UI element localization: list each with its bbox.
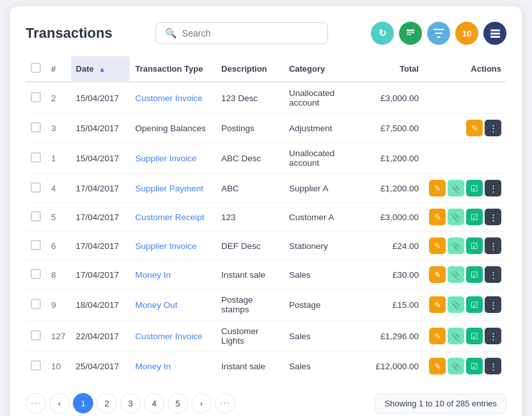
row-category: Customer A: [284, 203, 367, 232]
edit-button[interactable]: ✎: [429, 328, 446, 344]
attach-button[interactable]: 📎: [448, 296, 464, 313]
row-checkbox[interactable]: [31, 122, 41, 132]
edit-button[interactable]: ✎: [429, 266, 446, 283]
message-button[interactable]: ☑: [466, 358, 483, 374]
row-checkbox[interactable]: [31, 152, 41, 163]
row-type[interactable]: Supplier Invoice: [130, 143, 216, 174]
top-bar: Transactions 🔍 ↻ 10: [26, 22, 506, 45]
transaction-type-link[interactable]: Customer Receipt: [135, 212, 204, 222]
transaction-type-link[interactable]: Money In: [135, 362, 171, 371]
refresh-button[interactable]: ↻: [371, 22, 394, 45]
attach-button[interactable]: 📎: [448, 237, 464, 254]
select-all-checkbox[interactable]: [31, 63, 41, 73]
transaction-type-link[interactable]: Supplier Payment: [135, 184, 203, 193]
col-header-checkbox: [26, 56, 46, 82]
more-button[interactable]: ⋮: [485, 358, 501, 374]
edit-button[interactable]: ✎: [429, 209, 446, 225]
message-button[interactable]: ☑: [466, 328, 483, 344]
row-total: £7,500.00: [367, 114, 424, 143]
row-actions: ✎ 📎 ☑ ⋮: [424, 321, 506, 352]
row-id: 1: [46, 143, 71, 174]
row-date: 22/04/2017: [71, 321, 130, 352]
table-row: 417/04/2017Supplier PaymentABCSupplier A…: [26, 174, 506, 203]
more-button[interactable]: ⋮: [485, 266, 501, 283]
search-icon: 🔍: [165, 28, 177, 39]
more-button[interactable]: ⋮: [485, 209, 501, 225]
row-category: Stationery: [284, 232, 367, 260]
more-button[interactable]: ⋮: [485, 180, 501, 196]
row-type[interactable]: Money In: [130, 260, 216, 289]
page-prev[interactable]: ‹: [49, 393, 70, 413]
row-checkbox[interactable]: [31, 360, 41, 371]
actions-group: ✎ 📎 ☑ ⋮: [429, 180, 501, 196]
edit-button[interactable]: ✎: [466, 120, 483, 136]
transaction-type-link[interactable]: Money Out: [135, 300, 177, 310]
edit-button[interactable]: ✎: [429, 180, 446, 196]
row-description: DEF Desc: [216, 232, 284, 260]
row-actions: [424, 143, 506, 174]
row-actions: ✎ 📎 ☑ ⋮: [424, 174, 506, 203]
page-5[interactable]: 5: [168, 393, 188, 413]
message-button[interactable]: ☑: [466, 266, 483, 283]
transaction-type-link[interactable]: Customer Invoice: [135, 332, 202, 341]
message-button[interactable]: ☑: [466, 237, 483, 254]
attach-button[interactable]: 📎: [448, 358, 464, 374]
page-ellipsis-end[interactable]: ···: [215, 393, 235, 413]
col-header-date[interactable]: Date ▲: [71, 56, 130, 82]
message-button[interactable]: ☑: [466, 180, 483, 196]
row-description: Postage stamps: [216, 289, 284, 321]
filter-button[interactable]: [427, 22, 450, 45]
row-type[interactable]: Supplier Payment: [130, 174, 216, 203]
row-type[interactable]: Customer Receipt: [130, 203, 216, 232]
attach-button[interactable]: 📎: [448, 209, 464, 225]
row-type[interactable]: Money Out: [130, 289, 216, 321]
row-checkbox[interactable]: [31, 299, 41, 309]
edit-button[interactable]: ✎: [429, 358, 446, 374]
export-button[interactable]: [399, 22, 422, 45]
attach-button[interactable]: 📎: [448, 328, 464, 344]
row-id: 6: [46, 232, 71, 260]
row-checkbox[interactable]: [31, 330, 41, 340]
transaction-type-link[interactable]: Customer Invoice: [135, 93, 202, 103]
more-button[interactable]: ⋮: [485, 296, 501, 313]
message-button[interactable]: ☑: [466, 296, 483, 313]
transaction-type-link[interactable]: Supplier Invoice: [135, 241, 196, 251]
message-button[interactable]: ☑: [466, 209, 483, 225]
search-input[interactable]: [182, 28, 318, 38]
row-category: Adjustment: [284, 114, 367, 143]
edit-button[interactable]: ✎: [429, 237, 446, 254]
transaction-type-link[interactable]: Supplier Invoice: [135, 154, 196, 163]
more-button[interactable]: ⋮: [485, 328, 501, 344]
row-type[interactable]: Customer Invoice: [130, 82, 216, 114]
page-next[interactable]: ›: [191, 393, 212, 413]
page-2[interactable]: 2: [97, 393, 117, 413]
row-actions: ✎ 📎 ☑ ⋮: [424, 232, 506, 260]
layout-button[interactable]: [483, 22, 506, 45]
row-date: 17/04/2017: [71, 232, 130, 260]
row-checkbox[interactable]: [31, 240, 41, 250]
actions-group: ✎ 📎 ☑ ⋮: [429, 296, 501, 313]
edit-button[interactable]: ✎: [429, 296, 446, 313]
transaction-type-link[interactable]: Money In: [135, 270, 171, 280]
row-type[interactable]: Money In: [130, 352, 216, 381]
row-type[interactable]: Supplier Invoice: [130, 232, 216, 260]
row-checkbox[interactable]: [31, 211, 41, 221]
page-1[interactable]: 1: [73, 393, 93, 413]
count-button[interactable]: 10: [455, 22, 478, 45]
row-checkbox[interactable]: [31, 92, 41, 102]
row-description: 123 Desc: [216, 82, 284, 114]
page-4[interactable]: 4: [144, 393, 164, 413]
table-row: 918/04/2017Money OutPostage stampsPostag…: [26, 289, 506, 321]
toolbar-icons: ↻ 10: [371, 22, 506, 45]
attach-button[interactable]: 📎: [448, 180, 464, 196]
more-button[interactable]: ⋮: [485, 120, 501, 136]
row-checkbox[interactable]: [31, 182, 41, 193]
page-ellipsis-start[interactable]: ···: [26, 393, 46, 413]
more-button[interactable]: ⋮: [485, 237, 501, 254]
row-type[interactable]: Customer Invoice: [130, 321, 216, 352]
attach-button[interactable]: 📎: [448, 266, 464, 283]
svg-rect-4: [490, 33, 500, 35]
row-date: 18/04/2017: [71, 289, 130, 321]
page-3[interactable]: 3: [120, 393, 141, 413]
row-checkbox[interactable]: [31, 269, 41, 279]
